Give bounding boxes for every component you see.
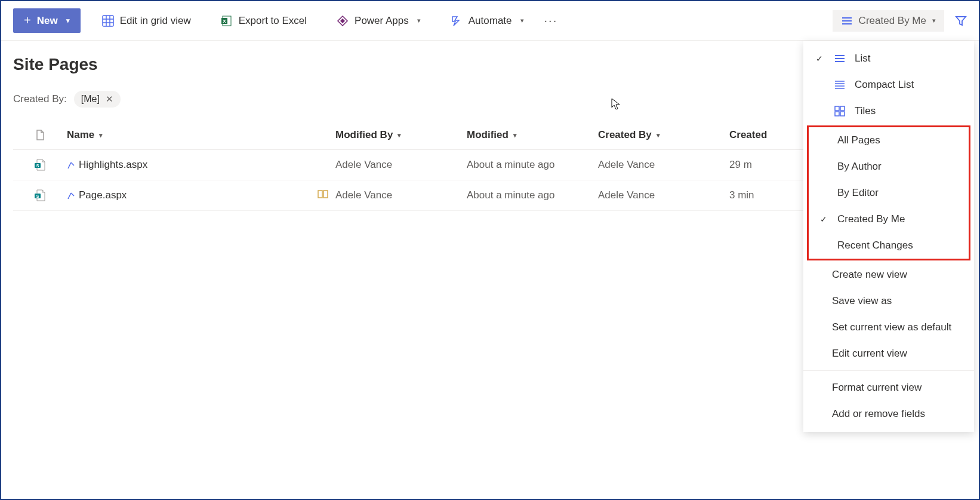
view-dropdown: ✓ List Compact List Tiles All Pages By A… xyxy=(803,41,974,432)
filter-label: Created By: xyxy=(13,93,67,105)
file-name: Page.aspx xyxy=(79,189,127,201)
excel-icon: X xyxy=(221,15,233,27)
view-action[interactable]: Edit current view xyxy=(803,341,974,367)
layout-option-list[interactable]: ✓ List xyxy=(803,45,974,72)
chevron-down-icon: ▾ xyxy=(397,131,401,139)
filter-chip-label: [Me] xyxy=(81,94,100,105)
file-type-column[interactable] xyxy=(13,129,67,141)
view-label: Recent Changes xyxy=(837,240,913,251)
view-action[interactable]: Save view as xyxy=(803,288,974,314)
recent-indicator-icon xyxy=(67,161,75,169)
created-by-column-header[interactable]: Created By ▾ xyxy=(598,129,729,141)
created-by-cell: Adele Vance xyxy=(598,159,729,171)
view-label: By Editor xyxy=(837,187,879,199)
new-button[interactable]: + New ▾ xyxy=(13,8,81,33)
file-icon xyxy=(34,129,46,141)
view-option[interactable]: ✓ Created By Me xyxy=(809,206,969,232)
chevron-down-icon: ▾ xyxy=(932,17,936,24)
automate-label: Automate xyxy=(469,15,512,27)
action-label: Add or remove fields xyxy=(832,408,925,420)
check-icon: ✓ xyxy=(814,54,825,63)
chevron-down-icon: ▾ xyxy=(99,131,103,139)
svg-text:S: S xyxy=(36,164,39,168)
svg-rect-29 xyxy=(840,106,845,111)
action-label: Format current view xyxy=(832,382,922,394)
view-action[interactable]: Create new view xyxy=(803,262,974,288)
power-apps-label: Power Apps xyxy=(355,15,409,27)
filter-chip[interactable]: [Me] ✕ xyxy=(74,91,121,108)
chevron-down-icon: ▾ xyxy=(417,17,421,24)
action-label: Edit current view xyxy=(832,348,907,360)
new-button-label: New xyxy=(37,15,58,27)
recent-indicator-icon xyxy=(67,191,75,200)
chevron-down-icon: ▾ xyxy=(657,131,660,139)
layout-label: List xyxy=(855,53,870,65)
command-toolbar: + New ▾ Edit in grid view X Export to Ex… xyxy=(1,1,979,41)
grid-icon xyxy=(102,15,114,27)
chevron-down-icon: ▾ xyxy=(520,17,524,24)
svg-line-17 xyxy=(68,193,71,199)
svg-rect-20 xyxy=(323,191,328,198)
automate-icon xyxy=(451,15,463,27)
modified-column-header[interactable]: Modified ▾ xyxy=(467,129,598,141)
created-by-cell: Adele Vance xyxy=(598,189,729,201)
name-column-header[interactable]: Name ▾ xyxy=(67,129,335,141)
power-apps-icon xyxy=(337,15,349,27)
view-option[interactable]: All Pages xyxy=(809,127,969,154)
action-label: Save view as xyxy=(832,295,892,307)
layout-option-compact[interactable]: Compact List xyxy=(803,72,974,98)
compact-icon xyxy=(833,79,846,91)
view-switcher-button[interactable]: Created By Me ▾ xyxy=(833,10,944,32)
svg-text:S: S xyxy=(36,194,39,198)
toolbar-right: Created By Me ▾ xyxy=(833,10,967,32)
check-icon: ✓ xyxy=(818,214,829,224)
svg-line-18 xyxy=(71,193,74,196)
checkout-icon xyxy=(318,189,328,201)
view-label: Created By Me xyxy=(837,213,905,225)
chevron-down-icon: ▾ xyxy=(66,17,70,24)
file-name: Highlights.aspx xyxy=(79,159,147,171)
plus-icon: + xyxy=(24,14,31,27)
export-excel-button[interactable]: X Export to Excel xyxy=(212,10,315,32)
power-apps-button[interactable]: Power Apps ▾ xyxy=(328,10,429,32)
list-icon xyxy=(833,53,846,65)
sharepoint-page-icon: S xyxy=(33,158,47,171)
modified-by-cell: Adele Vance xyxy=(335,159,467,171)
views-highlight-box: All Pages By Author By Editor ✓ Created … xyxy=(807,125,970,260)
svg-rect-0 xyxy=(103,16,113,26)
modified-by-column-header[interactable]: Modified By ▾ xyxy=(335,129,467,141)
action-label: Create new view xyxy=(832,269,907,281)
view-switcher-label: Created By Me xyxy=(859,15,926,27)
list-icon xyxy=(841,15,853,27)
close-icon[interactable]: ✕ xyxy=(106,94,113,105)
svg-line-14 xyxy=(71,162,74,165)
action-label: Set current view as default xyxy=(832,321,951,333)
svg-rect-30 xyxy=(835,112,839,116)
modified-cell: About a minute ago xyxy=(467,159,598,171)
filter-button[interactable] xyxy=(955,15,967,27)
view-action[interactable]: Format current view xyxy=(803,375,974,401)
view-option[interactable]: By Author xyxy=(809,154,969,180)
view-action[interactable]: Add or remove fields xyxy=(803,401,974,427)
layout-label: Compact List xyxy=(855,79,914,91)
view-action[interactable]: Set current view as default xyxy=(803,314,974,341)
modified-by-cell: Adele Vance xyxy=(335,189,467,201)
svg-rect-19 xyxy=(318,191,322,198)
view-option[interactable]: By Editor xyxy=(809,180,969,206)
view-label: All Pages xyxy=(837,134,880,146)
edit-grid-label: Edit in grid view xyxy=(120,15,191,27)
view-label: By Author xyxy=(837,161,882,173)
more-button[interactable]: ··· xyxy=(537,9,565,32)
view-option[interactable]: Recent Changes xyxy=(809,232,969,259)
svg-rect-31 xyxy=(840,112,845,116)
sharepoint-page-icon: S xyxy=(33,189,47,202)
layout-option-tiles[interactable]: Tiles xyxy=(803,98,974,124)
chevron-down-icon: ▾ xyxy=(513,131,517,139)
layout-label: Tiles xyxy=(855,105,876,117)
svg-line-13 xyxy=(68,162,71,168)
svg-rect-28 xyxy=(835,106,839,111)
automate-button[interactable]: Automate ▾ xyxy=(442,10,532,32)
tiles-icon xyxy=(833,105,846,117)
modified-cell: About a minute ago xyxy=(467,189,598,201)
edit-grid-button[interactable]: Edit in grid view xyxy=(94,10,199,32)
